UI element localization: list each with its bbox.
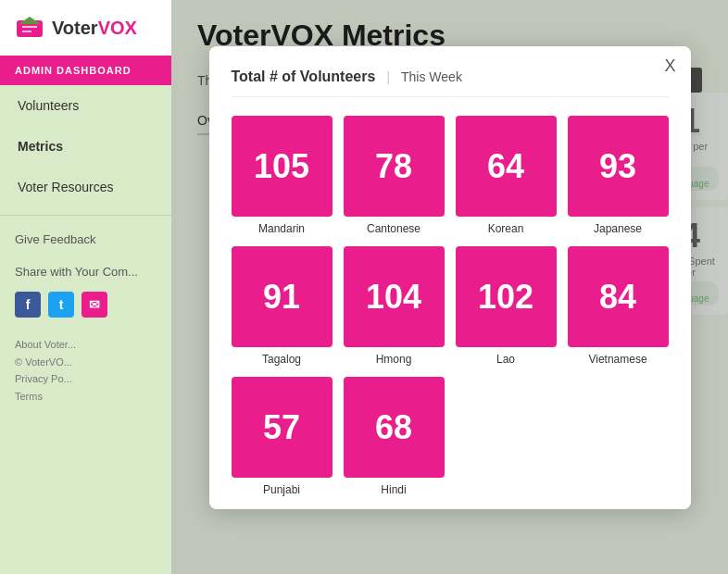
lang-card-hmong[interactable]: 104 Hmong: [344, 246, 445, 366]
sidebar-divider: [0, 215, 171, 216]
lang-label-japanese: Japanese: [594, 222, 642, 235]
sidebar-item-metrics[interactable]: Metrics: [0, 126, 171, 167]
modal: X Total # of Volunteers | This Week 105 …: [209, 46, 691, 509]
lang-num-hmong: 104: [344, 246, 445, 347]
lang-card-vietnamese[interactable]: 84 Vietnamese: [568, 246, 669, 366]
lang-num-mandarin: 105: [232, 116, 333, 217]
language-grid-bottom: 57 Punjabi 68 Hindi: [232, 377, 669, 496]
language-grid-top: 105 Mandarin 78 Cantonese 64 Korean 93 J…: [232, 116, 669, 235]
twitter-icon[interactable]: t: [48, 292, 74, 318]
lang-card-tagalog[interactable]: 91 Tagalog: [232, 246, 333, 366]
grid-placeholder-2: [568, 377, 669, 496]
language-grid-mid: 91 Tagalog 104 Hmong 102 Lao 84 Vietname…: [232, 246, 669, 366]
lang-num-cantonese: 78: [344, 116, 445, 217]
lang-card-japanese[interactable]: 93 Japanese: [568, 116, 669, 235]
lang-label-vietnamese: Vietnamese: [588, 353, 646, 366]
lang-num-lao: 102: [456, 246, 557, 347]
sidebar-footer: About Voter... © VoterVO... Privacy Po..…: [0, 327, 171, 415]
lang-card-cantonese[interactable]: 78 Cantonese: [344, 116, 445, 235]
sidebar-logo: VoterVOX: [0, 0, 171, 56]
grid-placeholder-1: [456, 377, 557, 496]
lang-num-punjabi: 57: [232, 377, 333, 478]
sidebar-item-voter-resources[interactable]: Voter Resources: [0, 167, 171, 207]
lang-card-mandarin[interactable]: 105 Mandarin: [232, 116, 333, 235]
modal-title: Total # of Volunteers: [232, 69, 376, 85]
votervox-logo-icon: [15, 13, 44, 43]
lang-num-japanese: 93: [568, 116, 669, 217]
admin-badge: ADMIN DASHBOARD: [0, 56, 171, 85]
modal-header-divider: |: [386, 69, 390, 84]
lang-label-tagalog: Tagalog: [262, 353, 301, 366]
sidebar-item-volunteers[interactable]: Volunteers: [0, 85, 171, 126]
lang-num-hindi: 68: [344, 377, 445, 478]
social-links: f t ✉: [0, 288, 171, 327]
lang-label-cantonese: Cantonese: [367, 222, 420, 235]
facebook-icon[interactable]: f: [15, 292, 41, 318]
svg-rect-2: [22, 26, 37, 28]
modal-header: Total # of Volunteers | This Week: [232, 69, 669, 97]
lang-label-hindi: Hindi: [381, 483, 406, 496]
lang-num-tagalog: 91: [232, 246, 333, 347]
modal-overlay: X Total # of Volunteers | This Week 105 …: [171, 0, 728, 574]
lang-label-korean: Korean: [488, 222, 524, 235]
lang-card-korean[interactable]: 64 Korean: [456, 116, 557, 235]
lang-label-hmong: Hmong: [376, 353, 412, 366]
main-content: VoterVOX Metrics This Week | This Month …: [171, 0, 728, 574]
sidebar: VoterVOX ADMIN DASHBOARD Volunteers Metr…: [0, 0, 171, 574]
share-label: Share with Your Com...: [0, 256, 171, 288]
lang-num-vietnamese: 84: [568, 246, 669, 347]
email-icon[interactable]: ✉: [82, 292, 107, 318]
lang-label-lao: Lao: [496, 353, 515, 366]
lang-card-punjabi[interactable]: 57 Punjabi: [232, 377, 333, 496]
lang-card-hindi[interactable]: 68 Hindi: [344, 377, 445, 496]
lang-label-punjabi: Punjabi: [263, 483, 300, 496]
logo-text: VoterVOX: [52, 18, 137, 39]
modal-subtitle: This Week: [401, 69, 462, 84]
modal-close-button[interactable]: X: [664, 57, 675, 74]
sidebar-nav: Volunteers Metrics Voter Resources: [0, 85, 171, 207]
svg-rect-3: [22, 31, 31, 32]
lang-num-korean: 64: [456, 116, 557, 217]
give-feedback-link[interactable]: Give Feedback: [0, 223, 171, 256]
lang-label-mandarin: Mandarin: [258, 222, 305, 235]
lang-card-lao[interactable]: 102 Lao: [456, 246, 557, 366]
